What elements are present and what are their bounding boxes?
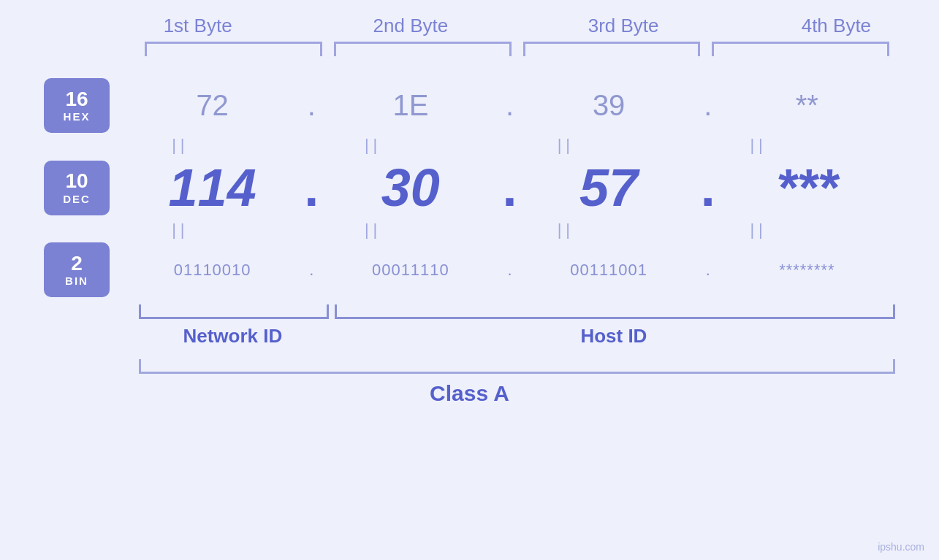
bin-byte-1: 01110010 xyxy=(124,261,300,280)
hex-dot-2: . xyxy=(499,89,521,122)
byte-header-2: 2nd Byte xyxy=(304,15,517,42)
dec-byte-2: 30 xyxy=(322,158,498,218)
equals-1: || xyxy=(84,136,277,155)
hex-byte-3: 39 xyxy=(521,89,697,122)
byte-header-1: 1st Byte xyxy=(91,15,304,42)
class-label: Class A xyxy=(44,381,895,406)
bin-dot-1: . xyxy=(300,261,322,280)
dec-dot-3: . xyxy=(697,158,719,218)
hex-dot-3: . xyxy=(697,89,719,122)
hex-byte-2: 1E xyxy=(322,89,498,122)
dec-dot-1: . xyxy=(300,158,322,218)
bin-badge: 2 BIN xyxy=(44,242,110,297)
dec-badge-label: DEC xyxy=(63,193,91,205)
bin-badge-number: 2 xyxy=(71,253,83,275)
equals-8: || xyxy=(662,220,855,239)
equals-7: || xyxy=(470,220,663,239)
hex-dot-1: . xyxy=(300,89,322,122)
bracket-network xyxy=(139,304,329,319)
dec-dot-2: . xyxy=(499,158,521,218)
equals-3: || xyxy=(470,136,663,155)
full-bracket xyxy=(139,359,895,374)
dec-byte-3: 57 xyxy=(521,158,697,218)
bin-byte-4: ******** xyxy=(719,261,895,280)
byte-header-4: 4th Byte xyxy=(730,15,939,42)
hex-badge-label: HEX xyxy=(64,110,91,123)
bin-dot-2: . xyxy=(499,261,521,280)
bracket-2 xyxy=(334,42,512,56)
dec-byte-1: 114 xyxy=(124,158,300,218)
bin-badge-label: BIN xyxy=(65,275,88,287)
dec-byte-4: *** xyxy=(719,158,895,218)
equals-4: || xyxy=(662,136,855,155)
byte-header-3: 3rd Byte xyxy=(517,15,730,42)
bin-dot-3: . xyxy=(697,261,719,280)
equals-2: || xyxy=(277,136,470,155)
bin-byte-2: 00011110 xyxy=(322,261,498,280)
dec-badge-number: 10 xyxy=(65,170,88,193)
bin-byte-3: 00111001 xyxy=(521,261,697,280)
bracket-3 xyxy=(523,42,701,56)
network-id-label: Network ID xyxy=(139,325,327,348)
host-id-label: Host ID xyxy=(332,325,895,348)
hex-byte-1: 72 xyxy=(124,89,300,122)
hex-byte-4: ** xyxy=(719,89,895,122)
watermark: ipshu.com xyxy=(878,541,924,553)
hex-badge-number: 16 xyxy=(65,88,88,111)
bracket-host xyxy=(335,304,895,319)
bracket-1 xyxy=(145,42,322,56)
hex-badge: 16 HEX xyxy=(44,78,110,133)
equals-5: || xyxy=(84,220,277,239)
dec-badge: 10 DEC xyxy=(44,161,110,215)
bracket-4 xyxy=(712,42,889,56)
equals-6: || xyxy=(277,220,470,239)
